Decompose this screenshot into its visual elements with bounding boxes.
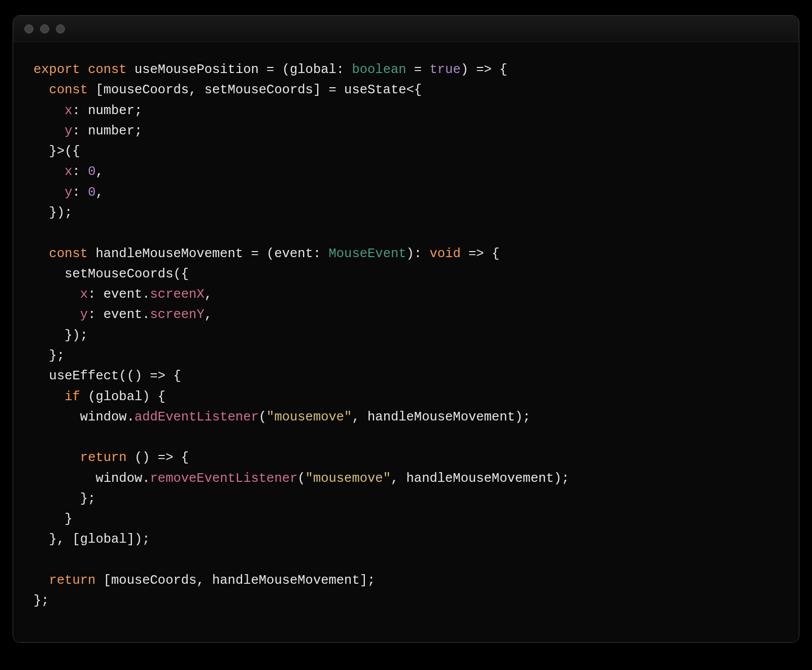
titlebar [13, 16, 799, 42]
zoom-icon[interactable] [56, 24, 65, 33]
code-content[interactable]: export const useMousePosition = (global:… [33, 60, 779, 612]
editor-window: export const useMousePosition = (global:… [13, 15, 799, 643]
close-icon[interactable] [24, 24, 33, 33]
code-editor[interactable]: export const useMousePosition = (global:… [13, 42, 799, 642]
minimize-icon[interactable] [40, 24, 49, 33]
